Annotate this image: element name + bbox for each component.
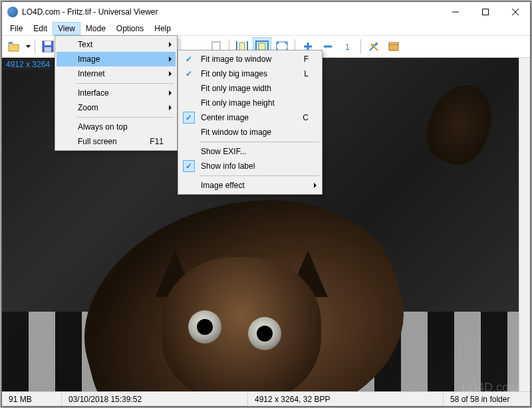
submenu-arrow-icon	[314, 183, 317, 188]
submenu-fit-height[interactable]: Fit only image height	[180, 96, 321, 110]
svg-point-20	[375, 43, 378, 45]
checked-box-icon: ✓	[183, 112, 195, 124]
menu-edit[interactable]: Edit	[28, 22, 53, 35]
status-datetime: 03/10/2018 15:39:52	[62, 392, 248, 406]
submenu-arrow-icon	[169, 105, 172, 110]
window-controls	[440, 2, 530, 22]
status-dimensions: 4912 x 3264, 32 BPP	[248, 392, 444, 406]
vertical-scrollbar[interactable]	[519, 58, 530, 391]
checked-box-icon: ✓	[183, 160, 195, 172]
svg-rect-6	[45, 41, 51, 45]
menu-separator	[76, 117, 174, 118]
submenu-show-info[interactable]: ✓Show info label	[180, 159, 321, 173]
menu-item-fullscreen[interactable]: Full screenF11	[57, 134, 176, 149]
submenu-arrow-icon	[169, 56, 172, 62]
menu-view[interactable]: View	[53, 22, 80, 35]
statusbar: 91 MB 03/10/2018 15:39:52 4912 x 3264, 3…	[2, 391, 530, 406]
menubar: File Edit View Mode Options Help	[2, 22, 530, 35]
submenu-arrow-icon	[169, 42, 172, 47]
svg-text:1: 1	[345, 43, 350, 52]
titlebar[interactable]: LO4D.com - Fritz.tif - Universal Viewer	[2, 2, 530, 22]
image-info-label: 4912 x 3264	[3, 59, 53, 70]
view-menu-dropdown: Text Image Internet Interface Zoom Alway…	[55, 35, 178, 151]
menu-separator	[200, 142, 319, 142]
status-filesize: 91 MB	[2, 392, 62, 406]
check-icon: ✓	[186, 54, 192, 64]
window-title: LO4D.com - Fritz.tif - Universal Viewer	[22, 7, 440, 17]
close-button[interactable]	[500, 2, 530, 22]
submenu-image-effect[interactable]: Image effect	[180, 178, 321, 193]
zoom-actual-button[interactable]: 1	[338, 37, 357, 56]
submenu-show-exif[interactable]: Show EXIF...	[180, 144, 321, 159]
toolbar-separator	[35, 39, 35, 54]
image-submenu-dropdown: ✓Fit image to windowF ✓Fit only big imag…	[178, 50, 323, 195]
menu-item-internet[interactable]: Internet	[57, 66, 176, 81]
status-counter: 58 of 58 in folder	[444, 392, 530, 406]
menu-item-interface[interactable]: Interface	[57, 86, 176, 100]
menu-help[interactable]: Help	[149, 22, 176, 35]
check-icon: ✓	[186, 69, 192, 78]
menu-separator	[76, 83, 174, 84]
submenu-arrow-icon	[169, 90, 172, 96]
menu-item-zoom[interactable]: Zoom	[57, 100, 176, 115]
svg-rect-1	[482, 9, 488, 15]
open-dropdown[interactable]	[25, 45, 31, 48]
app-icon	[7, 7, 18, 17]
svg-rect-22	[371, 44, 374, 47]
settings-button[interactable]	[364, 37, 383, 56]
submenu-fit-big[interactable]: ✓Fit only big imagesL	[180, 66, 321, 81]
open-button[interactable]	[5, 37, 23, 56]
menu-item-text[interactable]: Text	[57, 37, 176, 52]
menu-item-image[interactable]: Image	[57, 52, 176, 66]
menu-mode[interactable]: Mode	[80, 22, 111, 35]
svg-line-21	[373, 46, 378, 51]
submenu-fit-width[interactable]: Fit only image width	[180, 81, 321, 96]
submenu-fit-win-img[interactable]: Fit window to image	[180, 125, 321, 140]
svg-rect-13	[259, 43, 265, 50]
menu-separator	[200, 175, 319, 176]
submenu-fit-window[interactable]: ✓Fit image to windowF	[180, 52, 321, 66]
package-button[interactable]	[384, 37, 403, 56]
svg-rect-24	[389, 43, 398, 45]
submenu-center[interactable]: ✓Center imageC	[180, 110, 321, 125]
submenu-arrow-icon	[169, 71, 172, 76]
menu-item-always-on-top[interactable]: Always on top	[57, 120, 176, 134]
menu-file[interactable]: File	[5, 22, 28, 35]
minimize-button[interactable]	[440, 2, 470, 22]
maximize-button[interactable]	[470, 2, 500, 22]
menu-options[interactable]: Options	[111, 22, 149, 35]
svg-rect-4	[9, 42, 13, 44]
toolbar-separator	[360, 39, 361, 54]
svg-rect-7	[45, 47, 51, 52]
